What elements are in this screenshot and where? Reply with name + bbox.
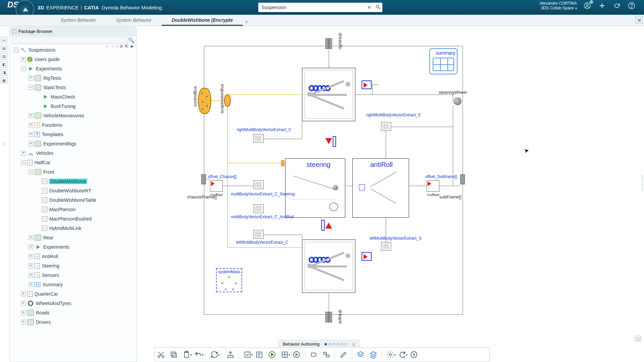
node-summary[interactable]: +Summary — [10, 280, 137, 289]
lmve-c-block[interactable] — [254, 230, 264, 239]
node-templates[interactable]: +TTemplates — [10, 130, 137, 139]
node-sensors[interactable]: +Sensors — [10, 270, 137, 280]
left-linkage-block[interactable] — [302, 239, 356, 293]
package-filter-input[interactable] — [12, 37, 128, 44]
node-macphersonbushed[interactable]: MacPhersonBushed — [10, 214, 137, 224]
node-experiments[interactable]: –Experiments — [10, 64, 137, 73]
strip-expand-icon[interactable]: ⋁ — [352, 342, 356, 347]
rmve-s-block[interactable] — [381, 122, 391, 131]
node-wheels[interactable]: +WheelsAndTyres — [10, 299, 137, 308]
vt-btn-2[interactable]: ▤ — [1, 45, 7, 52]
help-icon[interactable] — [627, 1, 636, 10]
node-doublewishbonert[interactable]: DoubleWishboneRT — [10, 186, 137, 195]
subframe-connector[interactable] — [460, 174, 465, 184]
node-functions[interactable]: +fFunctions — [10, 120, 137, 130]
steeringwheel-connector[interactable] — [453, 97, 462, 105]
user-menu[interactable]: Alexandre CORTINA 3DS Collab Space▾ — [540, 1, 577, 11]
search-icon[interactable] — [374, 4, 382, 11]
node-vehicles[interactable]: +☁Vehicles — [10, 148, 137, 158]
suspensionbus-connector[interactable] — [224, 95, 231, 107]
simulate-button[interactable] — [266, 348, 278, 361]
chassisframe-connector[interactable] — [201, 174, 206, 184]
node-exprigs[interactable]: +ExperimentRigs — [10, 139, 137, 148]
vt-btn-3[interactable]: ▥ — [1, 53, 7, 60]
node-front[interactable]: –Front — [10, 167, 137, 177]
lmve-s-block[interactable] — [381, 242, 391, 251]
right-flag-block[interactable] — [362, 80, 372, 89]
vt-btn-4[interactable]: ◧ — [1, 61, 7, 68]
summary-block[interactable]: summary — [429, 48, 458, 74]
copy-button[interactable] — [167, 348, 180, 361]
tab-add-button[interactable]: + — [243, 19, 250, 26]
search-clear-icon[interactable]: ✕ — [365, 5, 374, 10]
panel-menu-icon[interactable] — [12, 29, 16, 34]
vt-btn-5[interactable]: ◨ — [1, 69, 7, 76]
top-bar: DS 3DEXPERIENCE | CATIA Dymola Behavior … — [0, 0, 644, 15]
node-halfcar[interactable]: –HalfCar — [10, 158, 137, 167]
node-rigtests[interactable]: +RigTests — [10, 73, 137, 83]
steering-bus-port[interactable] — [281, 160, 284, 166]
node-quartercar[interactable]: +QuarterCar — [10, 289, 137, 299]
node-bushtuning[interactable]: BushTuning — [10, 102, 137, 111]
add-icon[interactable] — [598, 1, 606, 10]
behavior-strip[interactable]: Behavior Authoring ⋁ — [278, 340, 360, 348]
node-antiroll[interactable]: +AntiRoll — [10, 252, 137, 261]
node-hybridmultilink[interactable]: HybridMultiLink — [10, 224, 137, 233]
subframe-label: subFrame[] — [439, 194, 462, 199]
diagram-canvas[interactable]: rightHub leftHub summary controlBus susp… — [138, 27, 641, 333]
node-drivers[interactable]: +Drivers — [10, 317, 137, 327]
tab-system-behavior-2[interactable]: System Behavior — [106, 14, 162, 26]
package-browser-header[interactable]: Package Browser — [10, 27, 137, 36]
offset-chassis-label: offset_Chassis[] — [208, 174, 236, 179]
controlbus-connector[interactable] — [198, 88, 211, 114]
node-doublewishbonetable[interactable]: DoubleWishboneTable — [10, 195, 137, 205]
share-icon[interactable] — [612, 1, 621, 10]
vt-btn-6[interactable]: ▦ — [1, 77, 7, 84]
layers-button[interactable] — [354, 348, 367, 361]
right-linkage-block[interactable] — [302, 68, 356, 121]
left-flag-block[interactable] — [362, 252, 372, 261]
node-masscheck[interactable]: MassCheck — [10, 92, 137, 102]
package-tree[interactable]: –🔧Suspensions +iUsers guide –Experiments… — [10, 45, 137, 362]
lefthub-connector[interactable] — [325, 312, 332, 323]
global-search[interactable]: ✕ — [258, 3, 382, 12]
align-button[interactable] — [320, 348, 333, 361]
righthub-connector[interactable] — [325, 38, 332, 50]
offset-subframe-block[interactable] — [427, 180, 439, 192]
filter-search-icon[interactable]: 🔍 — [128, 37, 135, 43]
resize-grip-icon[interactable] — [635, 335, 641, 342]
vt-btn-1[interactable]: ▭ — [1, 37, 7, 44]
node-roads[interactable]: +Roads — [10, 308, 137, 317]
profile-icon[interactable] — [583, 1, 592, 10]
node-steering[interactable]: +Steering — [10, 261, 137, 270]
node-usersguide[interactable]: +iUsers guide — [10, 55, 137, 64]
collapse-panel-icon[interactable]: ⇲ — [635, 16, 643, 23]
page-dots[interactable] — [324, 342, 348, 347]
steering-block[interactable]: steering — [285, 158, 345, 218]
rect-button[interactable] — [307, 348, 320, 361]
node-suspensions[interactable]: –🔧Suspensions — [10, 45, 137, 55]
left-toolbar-collapse-icon[interactable]: 《 — [1, 141, 5, 147]
search-input[interactable] — [258, 5, 365, 10]
cut-button[interactable] — [155, 348, 167, 361]
layers2-button[interactable] — [367, 348, 380, 361]
annotate-button[interactable] — [337, 348, 350, 361]
rmve-c-block[interactable] — [254, 134, 264, 143]
export-button[interactable] — [224, 348, 237, 361]
step-button[interactable] — [290, 348, 303, 361]
translate-button[interactable] — [253, 348, 266, 361]
tab-system-behavior-1[interactable]: System Behavior — [50, 14, 106, 26]
offset-chassis-block[interactable] — [210, 180, 223, 192]
node-experiments2[interactable]: +Experiments — [10, 242, 137, 252]
node-doublewishbone[interactable]: DoubleWishbone — [10, 177, 137, 186]
systemmass-block[interactable]: systemMass — [216, 268, 242, 292]
node-macpherson[interactable]: MacPherson — [10, 205, 137, 214]
next-button[interactable] — [408, 348, 420, 361]
node-rear[interactable]: +Rear — [10, 233, 137, 242]
mve-anti-block[interactable] — [254, 204, 264, 213]
mve-steer-block[interactable] — [254, 180, 264, 189]
node-statictests[interactable]: –StaticTests — [10, 83, 137, 92]
antiroll-block[interactable]: antiRoll — [352, 158, 409, 218]
node-vehman[interactable]: +VehicleManoeuvres — [10, 111, 137, 120]
tab-doublewishbone[interactable]: DoubleWishbone (Encrypte — [162, 14, 243, 26]
